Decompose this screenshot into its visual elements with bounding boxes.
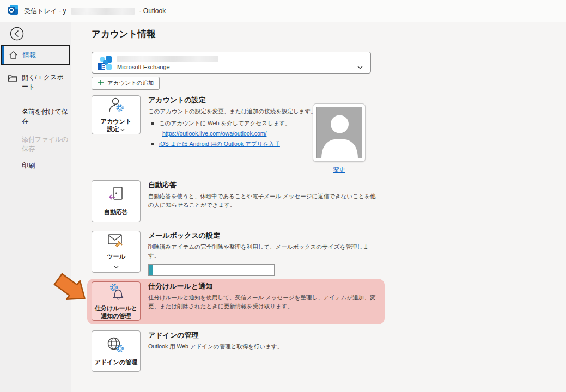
window-title-suffix: - Outlook — [139, 7, 166, 15]
add-account-button[interactable]: アカウントの追加 — [92, 77, 160, 90]
back-button[interactable] — [9, 26, 25, 41]
arrow-left-icon — [9, 26, 25, 41]
outlook-backstage-window: 受信トレイ - y - Outlook 情報 — [0, 0, 566, 392]
home-icon — [9, 51, 19, 61]
chevron-down-icon — [114, 262, 119, 271]
person-gear-icon — [106, 97, 126, 115]
section-text: 仕分けルールと通知 仕分けルールと通知を使用して、受信メール メッセージを整理し… — [148, 281, 379, 321]
section-manage-addins: アドインの管理 アドインの管理 Outlook 用 Web アドインの管理と取得… — [92, 330, 379, 372]
globe-gear-icon — [106, 336, 126, 356]
tile-label: 仕分けルールと 通知の管理 — [95, 304, 137, 320]
tile-label: ツール — [107, 253, 125, 260]
tile-label-line2: 通知の管理 — [101, 313, 131, 319]
sidebar-item-info[interactable]: 情報 — [1, 45, 70, 65]
sidebar-item-label: 情報 — [23, 51, 69, 60]
profile-photo-frame — [313, 103, 366, 162]
sidebar-item-save-attachments: 添付ファイルの保存 — [22, 135, 69, 154]
mailbox-storage-fill — [149, 265, 153, 275]
outlook-logo-icon — [8, 4, 19, 17]
mailbox-tools-tile-button[interactable]: ツール — [92, 231, 141, 273]
section-automatic-replies: 自動応答 自動応答 自動応答を使うと、休暇中であることや電子メール メッセージに… — [92, 180, 379, 222]
account-provider-label: Microsoft Exchange — [117, 64, 170, 70]
exchange-icon: E — [96, 55, 113, 74]
section-description: Outlook 用 Web アドインの管理と取得を行います。 — [148, 342, 379, 351]
section-description: 自動応答を使うと、休暇中であることや電子メール メッセージに返信できないことを他… — [148, 192, 379, 210]
automatic-replies-tile-button[interactable]: 自動応答 — [92, 180, 141, 222]
tile-label-line1: アカウント — [101, 118, 131, 125]
account-settings-tile-button[interactable]: アカウント 設定 — [92, 95, 141, 134]
sidebar-item-print[interactable]: 印刷 — [22, 161, 69, 170]
mailbox-cleanup-icon — [107, 233, 125, 250]
chevron-down-icon — [120, 126, 125, 132]
bullet-text: このアカウントに Web を介してアクセスします。 — [159, 120, 291, 126]
annotation-arrow — [53, 272, 91, 307]
owa-link[interactable]: https://outlook.live.com/owa/outlook.com… — [162, 130, 266, 137]
tile-label-line2: 設定 — [107, 126, 119, 132]
profile-photo-placeholder — [316, 107, 362, 158]
person-silhouette-icon — [317, 107, 362, 158]
bullet-square-icon — [151, 143, 154, 145]
sidebar-item-save-as[interactable]: 名前を付けて保存 — [22, 107, 69, 126]
gear-bell-icon — [107, 283, 125, 302]
titlebar: 受信トレイ - y - Outlook — [0, 0, 566, 22]
redacted-email — [71, 8, 135, 15]
plus-icon — [98, 79, 104, 87]
tile-label: 自動応答 — [104, 208, 128, 216]
add-account-label: アカウントの追加 — [107, 79, 154, 87]
window-title-prefix: 受信トレイ - y — [24, 7, 66, 16]
bullet-square-icon — [151, 122, 154, 125]
section-heading: メールボックスの設定 — [148, 231, 379, 241]
window-title: 受信トレイ - y - Outlook — [24, 7, 166, 16]
chevron-down-icon — [357, 62, 363, 71]
section-text: アドインの管理 Outlook 用 Web アドインの管理と取得を行います。 — [148, 330, 379, 372]
backstage-sidebar: 情報 開く/エクスポート 名前を付けて保存 添付ファイルの保存 印刷 — [0, 22, 71, 392]
tile-label: アカウント 設定 — [101, 118, 131, 133]
page-title: アカウント情報 — [92, 28, 155, 40]
section-text: 自動応答 自動応答を使うと、休暇中であることや電子メール メッセージに返信できな… — [148, 180, 379, 222]
section-description: 削除済みアイテムの完全削除や整理を利用して、メールボックスのサイズを管理します。 — [148, 243, 379, 260]
manage-addins-tile-button[interactable]: アドインの管理 — [92, 330, 141, 372]
svg-text:E: E — [101, 64, 105, 70]
section-heading: 仕分けルールと通知 — [148, 281, 379, 291]
mailbox-storage-bar — [148, 264, 275, 276]
selected-accent-bar — [2, 46, 4, 64]
section-rules-and-alerts: 仕分けルールと 通知の管理 仕分けルールと通知 仕分けルールと通知を使用して、受… — [92, 281, 379, 321]
out-of-office-door-icon — [107, 186, 125, 205]
account-selector-dropdown[interactable]: E Microsoft Exchange — [92, 52, 371, 74]
folder-icon — [8, 74, 17, 84]
tile-label-line1: 仕分けルールと — [95, 305, 137, 311]
account-info-pane: アカウント情報 E Microsoft Exchange — [71, 22, 566, 392]
tile-label: アドインの管理 — [95, 358, 137, 366]
sidebar-item-open-export[interactable]: 開く/エクスポート — [1, 73, 70, 91]
section-heading: 自動応答 — [148, 180, 379, 190]
sidebar-item-label: 開く/エクスポート — [22, 73, 68, 91]
redacted-email — [117, 56, 218, 62]
get-outlook-apps-link[interactable]: iOS または Android 用の Outlook アプリを入手 — [159, 140, 280, 147]
manage-rules-alerts-tile-button[interactable]: 仕分けルールと 通知の管理 — [92, 281, 141, 321]
sidebar-divider — [4, 105, 66, 105]
change-photo-link[interactable]: 変更 — [333, 166, 345, 174]
section-heading: アドインの管理 — [148, 330, 379, 340]
section-description: 仕分けルールと通知を使用して、受信メール メッセージを整理し、アイテムが追加、変… — [148, 293, 379, 311]
profile-photo-block: 変更 — [313, 103, 366, 174]
